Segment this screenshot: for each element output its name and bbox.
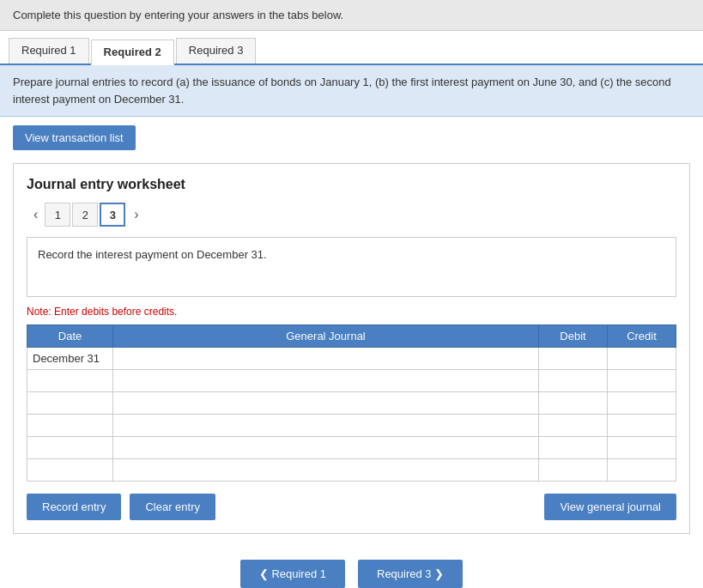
next-page-arrow[interactable]: › xyxy=(127,207,145,222)
date-cell-1: December 31 xyxy=(27,348,113,370)
journal-input-5[interactable] xyxy=(118,441,533,455)
action-buttons: Record entry Clear entry View general jo… xyxy=(27,494,676,520)
banner-text: Complete this question by entering your … xyxy=(13,9,343,21)
tab-required-3[interactable]: Required 3 xyxy=(176,38,257,64)
date-cell-5 xyxy=(27,437,113,459)
journal-cell-1[interactable] xyxy=(113,348,539,370)
journal-table: Date General Journal Debit Credit Decemb… xyxy=(27,324,676,482)
table-row xyxy=(27,437,676,459)
nav-row: ‹ 1 2 3 › xyxy=(27,203,676,227)
page-tab-3[interactable]: 3 xyxy=(100,203,125,227)
debit-cell-1[interactable] xyxy=(539,348,608,370)
note-text: Note: Enter debits before credits. xyxy=(27,306,676,318)
worksheet-title: Journal entry worksheet xyxy=(27,177,676,192)
date-cell-6 xyxy=(27,459,113,482)
journal-input-2[interactable] xyxy=(118,374,533,388)
journal-input-1[interactable] xyxy=(118,352,533,366)
credit-input-1[interactable] xyxy=(613,352,670,366)
debit-input-4[interactable] xyxy=(544,419,602,433)
top-banner: Complete this question by entering your … xyxy=(0,0,703,31)
journal-cell-6[interactable] xyxy=(113,459,539,482)
date-value-1: December 31 xyxy=(33,352,100,365)
credit-input-4[interactable] xyxy=(613,419,670,433)
left-buttons: Record entry Clear entry xyxy=(27,494,215,520)
credit-input-2[interactable] xyxy=(613,374,670,388)
next-nav-button[interactable]: Required 3 ❯ xyxy=(358,560,463,588)
journal-cell-2[interactable] xyxy=(113,370,539,392)
view-transaction-section: View transaction list xyxy=(13,125,136,150)
tab-required-1[interactable]: Required 1 xyxy=(9,38,89,64)
credit-input-3[interactable] xyxy=(613,397,670,410)
debit-input-6[interactable] xyxy=(544,464,602,477)
credit-cell-5[interactable] xyxy=(608,437,676,459)
page-tab-2[interactable]: 2 xyxy=(72,203,98,227)
debit-input-2[interactable] xyxy=(544,374,602,388)
bottom-nav: ❮ Required 1 Required 3 ❯ xyxy=(0,547,703,588)
debit-input-1[interactable] xyxy=(544,352,602,366)
credit-input-5[interactable] xyxy=(613,441,670,455)
journal-cell-4[interactable] xyxy=(113,415,539,437)
journal-input-4[interactable] xyxy=(118,419,533,433)
credit-cell-2[interactable] xyxy=(608,370,676,392)
col-header-date: Date xyxy=(27,325,113,348)
credit-cell-3[interactable] xyxy=(608,392,676,415)
journal-input-6[interactable] xyxy=(118,464,533,477)
debit-cell-5[interactable] xyxy=(539,437,608,459)
credit-cell-6[interactable] xyxy=(608,459,676,482)
page-tabs: 1 2 3 xyxy=(45,203,127,227)
table-row xyxy=(27,392,676,415)
table-row xyxy=(27,370,676,392)
table-row xyxy=(27,415,676,437)
instruction-box: Prepare journal entries to record (a) th… xyxy=(0,65,703,117)
col-header-credit: Credit xyxy=(608,325,676,348)
debit-input-5[interactable] xyxy=(544,441,602,455)
debit-cell-2[interactable] xyxy=(539,370,608,392)
date-cell-2 xyxy=(27,370,113,392)
col-header-debit: Debit xyxy=(539,325,608,348)
view-transaction-button[interactable]: View transaction list xyxy=(13,125,136,150)
credit-cell-4[interactable] xyxy=(608,415,676,437)
journal-cell-3[interactable] xyxy=(113,392,539,415)
credit-cell-1[interactable] xyxy=(608,348,676,370)
tabs-row: Required 1 Required 2 Required 3 xyxy=(0,31,703,65)
page-tab-1[interactable]: 1 xyxy=(45,203,70,227)
col-header-journal: General Journal xyxy=(113,325,539,348)
date-cell-3 xyxy=(27,392,113,415)
tab-required-2[interactable]: Required 2 xyxy=(91,39,174,65)
debit-input-3[interactable] xyxy=(544,397,602,410)
view-general-journal-button[interactable]: View general journal xyxy=(544,494,676,520)
worksheet-container: Journal entry worksheet ‹ 1 2 3 › Record… xyxy=(13,163,690,534)
clear-entry-button[interactable]: Clear entry xyxy=(130,494,215,520)
instruction-text: Prepare journal entries to record (a) th… xyxy=(13,76,671,106)
description-box: Record the interest payment on December … xyxy=(27,237,676,297)
debit-cell-4[interactable] xyxy=(539,415,608,437)
debit-cell-6[interactable] xyxy=(539,459,608,482)
prev-page-arrow[interactable]: ‹ xyxy=(27,207,45,222)
record-entry-button[interactable]: Record entry xyxy=(27,494,121,520)
table-row xyxy=(27,459,676,482)
date-cell-4 xyxy=(27,415,113,437)
journal-cell-5[interactable] xyxy=(113,437,539,459)
credit-input-6[interactable] xyxy=(613,464,670,477)
prev-nav-button[interactable]: ❮ Required 1 xyxy=(240,560,345,588)
table-row: December 31 xyxy=(27,348,676,370)
description-text: Record the interest payment on December … xyxy=(38,248,267,261)
debit-cell-3[interactable] xyxy=(539,392,608,415)
journal-input-3[interactable] xyxy=(118,397,533,410)
